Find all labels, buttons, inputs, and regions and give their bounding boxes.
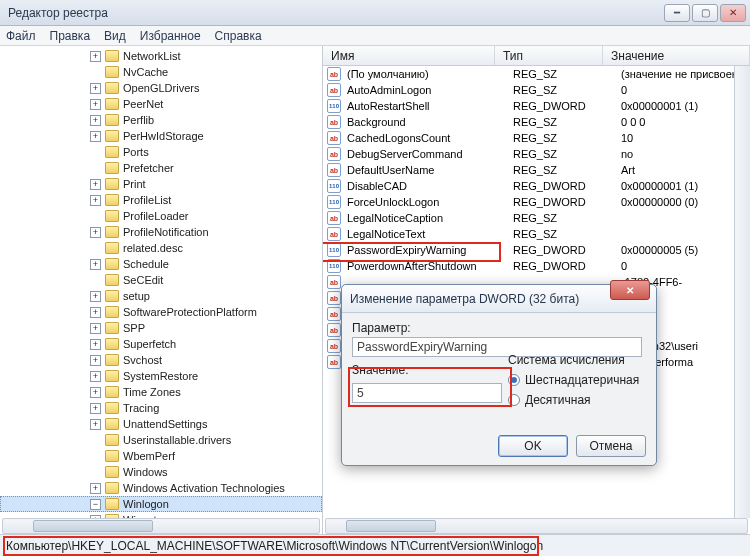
col-name[interactable]: Имя <box>323 46 495 65</box>
tree-item-superfetch[interactable]: Superfetch <box>0 336 322 352</box>
menu-help[interactable]: Справка <box>215 29 262 43</box>
tree-pane[interactable]: NetworkListNvCacheOpenGLDriversPeerNetPe… <box>0 46 323 534</box>
tree-item-time-zones[interactable]: Time Zones <box>0 384 322 400</box>
expand-icon[interactable] <box>90 371 101 382</box>
reg-sz-icon <box>327 147 341 161</box>
tree-label: Time Zones <box>123 386 181 398</box>
expand-icon[interactable] <box>90 99 101 110</box>
expand-icon[interactable] <box>90 291 101 302</box>
tree-item-peernet[interactable]: PeerNet <box>0 96 322 112</box>
tree-item-profilelist[interactable]: ProfileList <box>0 192 322 208</box>
list-row[interactable]: LegalNoticeCaptionREG_SZ <box>323 210 750 226</box>
tree-item-networklist[interactable]: NetworkList <box>0 48 322 64</box>
tree-item-windows-activation-technologies[interactable]: Windows Activation Technologies <box>0 480 322 496</box>
radix-hex-label: Шестнадцатеричная <box>525 373 639 387</box>
list-row[interactable]: (По умолчанию)REG_SZ(значение не присвое… <box>323 66 750 82</box>
list-vscroll[interactable] <box>734 66 750 518</box>
spacer-icon <box>90 147 101 158</box>
tree-item-print[interactable]: Print <box>0 176 322 192</box>
tree-item-systemrestore[interactable]: SystemRestore <box>0 368 322 384</box>
collapse-icon[interactable] <box>90 499 101 510</box>
expand-icon[interactable] <box>90 131 101 142</box>
list-row[interactable]: LegalNoticeTextREG_SZ <box>323 226 750 242</box>
folder-icon <box>105 498 119 510</box>
minimize-button[interactable]: ━ <box>664 4 690 22</box>
tree-hscroll[interactable] <box>2 518 320 534</box>
cell-name: LegalNoticeText <box>347 228 513 240</box>
tree-item-prefetcher[interactable]: Prefetcher <box>0 160 322 176</box>
menu-edit[interactable]: Правка <box>50 29 91 43</box>
list-row[interactable]: DefaultUserNameREG_SZArt <box>323 162 750 178</box>
list-row[interactable]: PowerdownAfterShutdownREG_DWORD0 <box>323 258 750 274</box>
expand-icon[interactable] <box>90 323 101 334</box>
tree-item-nvcache[interactable]: NvCache <box>0 64 322 80</box>
tree-item-windows[interactable]: Windows <box>0 464 322 480</box>
expand-icon[interactable] <box>90 387 101 398</box>
tree-item-userinstallable-drivers[interactable]: Userinstallable.drivers <box>0 432 322 448</box>
expand-icon[interactable] <box>90 307 101 318</box>
tree-item-softwareprotectionplatform[interactable]: SoftwareProtectionPlatform <box>0 304 322 320</box>
col-value[interactable]: Значение <box>603 46 750 65</box>
expand-icon[interactable] <box>90 83 101 94</box>
tree-item-opengldrivers[interactable]: OpenGLDrivers <box>0 80 322 96</box>
list-row[interactable]: CachedLogonsCountREG_SZ10 <box>323 130 750 146</box>
menu-favorites[interactable]: Избранное <box>140 29 201 43</box>
tree-item-profilenotification[interactable]: ProfileNotification <box>0 224 322 240</box>
expand-icon[interactable] <box>90 403 101 414</box>
tree-item-winlogon[interactable]: Winlogon <box>0 496 322 512</box>
list-row[interactable]: BackgroundREG_SZ0 0 0 <box>323 114 750 130</box>
menu-file[interactable]: Файл <box>6 29 36 43</box>
list-row[interactable]: AutoRestartShellREG_DWORD0x00000001 (1) <box>323 98 750 114</box>
list-row[interactable]: AutoAdminLogonREG_SZ0 <box>323 82 750 98</box>
expand-icon[interactable] <box>90 227 101 238</box>
tree-item-profileloader[interactable]: ProfileLoader <box>0 208 322 224</box>
tree-item-related-desc[interactable]: related.desc <box>0 240 322 256</box>
cell-value: 0 <box>621 84 750 96</box>
cancel-button[interactable]: Отмена <box>576 435 646 457</box>
dialog-close-button[interactable]: ✕ <box>610 280 650 300</box>
tree-item-schedule[interactable]: Schedule <box>0 256 322 272</box>
tree-item-svchost[interactable]: Svchost <box>0 352 322 368</box>
expand-icon[interactable] <box>90 115 101 126</box>
menu-view[interactable]: Вид <box>104 29 126 43</box>
expand-icon[interactable] <box>90 179 101 190</box>
cell-value: Art <box>621 164 750 176</box>
value-field[interactable] <box>352 383 502 403</box>
cell-name: AutoRestartShell <box>347 100 513 112</box>
radix-hex[interactable]: Шестнадцатеричная <box>508 373 644 387</box>
expand-icon[interactable] <box>90 419 101 430</box>
tree-item-wbemperf[interactable]: WbemPerf <box>0 448 322 464</box>
tree-item-perhwidstorage[interactable]: PerHwIdStorage <box>0 128 322 144</box>
maximize-button[interactable]: ▢ <box>692 4 718 22</box>
list-row[interactable]: PasswordExpiryWarningREG_DWORD0x00000005… <box>323 242 750 258</box>
expand-icon[interactable] <box>90 483 101 494</box>
tree-item-secedit[interactable]: SeCEdit <box>0 272 322 288</box>
expand-icon[interactable] <box>90 259 101 270</box>
list-row[interactable]: DisableCADREG_DWORD0x00000001 (1) <box>323 178 750 194</box>
expand-icon[interactable] <box>90 195 101 206</box>
tree-item-ports[interactable]: Ports <box>0 144 322 160</box>
list-row[interactable]: ForceUnlockLogonREG_DWORD0x00000000 (0) <box>323 194 750 210</box>
ok-button[interactable]: OK <box>498 435 568 457</box>
col-type[interactable]: Тип <box>495 46 603 65</box>
folder-icon <box>105 66 119 78</box>
folder-icon <box>105 50 119 62</box>
radio-dot-on-icon <box>508 374 520 386</box>
expand-icon[interactable] <box>90 339 101 350</box>
cell-type: REG_SZ <box>513 228 621 240</box>
tree-item-unattendsettings[interactable]: UnattendSettings <box>0 416 322 432</box>
tree-item-perflib[interactable]: Perflib <box>0 112 322 128</box>
tree-item-tracing[interactable]: Tracing <box>0 400 322 416</box>
cell-value: no <box>621 148 750 160</box>
list-hscroll[interactable] <box>325 518 748 534</box>
status-path: Компьютер\HKEY_LOCAL_MACHINE\SOFTWARE\Mi… <box>6 539 543 553</box>
tree-item-spp[interactable]: SPP <box>0 320 322 336</box>
close-button[interactable]: ✕ <box>720 4 746 22</box>
reg-dword-icon <box>327 243 341 257</box>
spacer-icon <box>90 211 101 222</box>
list-row[interactable]: DebugServerCommandREG_SZno <box>323 146 750 162</box>
tree-item-setup[interactable]: setup <box>0 288 322 304</box>
radix-dec[interactable]: Десятичная <box>508 393 644 407</box>
expand-icon[interactable] <box>90 51 101 62</box>
expand-icon[interactable] <box>90 355 101 366</box>
